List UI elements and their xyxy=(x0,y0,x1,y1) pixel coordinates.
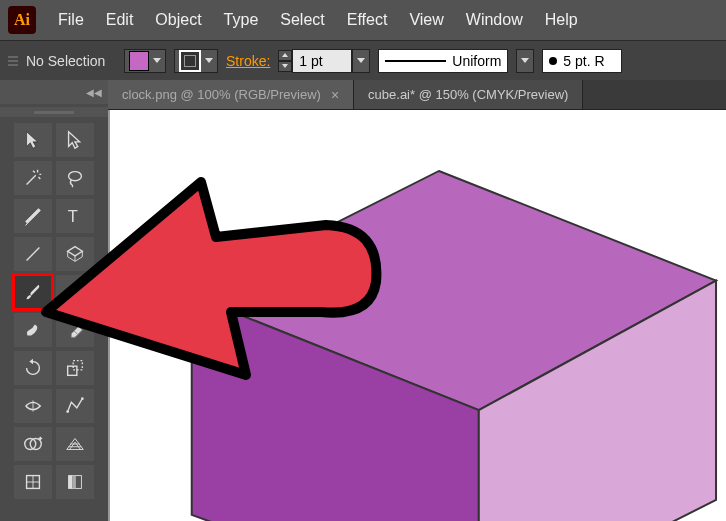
panel-grip[interactable] xyxy=(8,56,18,66)
canvas[interactable] xyxy=(108,110,726,521)
fill-dropdown[interactable] xyxy=(124,49,166,73)
brush-dropdown[interactable]: 5 pt. R xyxy=(542,49,622,73)
svg-point-14 xyxy=(81,397,84,400)
brush-dot-icon xyxy=(549,57,557,65)
stroke-label[interactable]: Stroke: xyxy=(226,53,270,69)
rotate-tool[interactable] xyxy=(14,351,52,385)
stroke-dropdown[interactable] xyxy=(174,49,218,73)
width-tool[interactable] xyxy=(14,389,52,423)
menu-help[interactable]: Help xyxy=(545,11,578,29)
app-icon: Ai xyxy=(8,6,36,34)
svg-point-13 xyxy=(66,410,69,413)
shape-builder-tool[interactable] xyxy=(14,427,52,461)
menu-type[interactable]: Type xyxy=(224,11,259,29)
close-icon[interactable]: × xyxy=(331,87,339,103)
svg-rect-21 xyxy=(69,476,73,489)
collapse-panels-icon[interactable]: ◀◀ xyxy=(0,80,108,104)
selection-label: No Selection xyxy=(26,53,116,69)
menu-file[interactable]: File xyxy=(58,11,84,29)
stroke-profile-label: Uniform xyxy=(452,53,501,69)
pen-tool[interactable] xyxy=(14,199,52,233)
mesh-tool[interactable] xyxy=(14,465,52,499)
svg-rect-22 xyxy=(72,476,76,489)
perspective-grid-tool[interactable] xyxy=(56,427,94,461)
svg-text:T: T xyxy=(68,207,78,225)
svg-rect-11 xyxy=(73,361,82,370)
line-tool[interactable] xyxy=(14,237,52,271)
lasso-tool[interactable] xyxy=(56,161,94,195)
tab-cube[interactable]: cube.ai* @ 150% (CMYK/Preview) xyxy=(354,80,583,109)
eraser-tool[interactable] xyxy=(56,313,94,347)
selection-tool[interactable] xyxy=(14,123,52,157)
tab-clock[interactable]: clock.png @ 100% (RGB/Preview) × xyxy=(108,80,354,109)
paintbrush-tool[interactable] xyxy=(14,275,52,309)
svg-line-8 xyxy=(75,257,82,262)
free-transform-tool[interactable] xyxy=(56,389,94,423)
brush-label: 5 pt. R xyxy=(563,53,604,69)
blob-brush-tool[interactable] xyxy=(14,313,52,347)
svg-marker-3 xyxy=(68,247,83,256)
menu-bar: Ai File Edit Object Type Select Effect V… xyxy=(0,0,726,40)
chevron-down-icon xyxy=(205,58,213,63)
pencil-tool[interactable] xyxy=(56,275,94,309)
control-bar: No Selection Stroke: 1 pt Uniform 5 pt. … xyxy=(0,40,726,80)
tab-label: clock.png @ 100% (RGB/Preview) xyxy=(122,87,321,102)
main-area: clock.png @ 100% (RGB/Preview) × cube.ai… xyxy=(108,80,726,521)
document-tabs: clock.png @ 100% (RGB/Preview) × cube.ai… xyxy=(108,80,726,110)
left-dock: ◀◀ T xyxy=(0,80,108,521)
menu-window[interactable]: Window xyxy=(466,11,523,29)
toolbox-grip[interactable] xyxy=(0,107,108,117)
menu-object[interactable]: Object xyxy=(155,11,201,29)
step-up[interactable] xyxy=(278,50,292,61)
cube-artwork xyxy=(110,110,726,521)
menu-effect[interactable]: Effect xyxy=(347,11,388,29)
step-down[interactable] xyxy=(278,61,292,72)
menu-edit[interactable]: Edit xyxy=(106,11,134,29)
menu-view[interactable]: View xyxy=(409,11,443,29)
magic-wand-tool[interactable] xyxy=(14,161,52,195)
chevron-down-icon xyxy=(153,58,161,63)
stroke-profile-menu[interactable] xyxy=(516,49,534,73)
svg-line-7 xyxy=(68,257,75,262)
stroke-weight-value[interactable]: 1 pt xyxy=(292,49,352,73)
toolbox: T xyxy=(0,117,108,505)
gradient-tool[interactable] xyxy=(56,465,94,499)
fill-swatch xyxy=(129,51,149,71)
stroke-weight-stepper[interactable]: 1 pt xyxy=(278,49,370,73)
stroke-profile-dropdown[interactable]: Uniform xyxy=(378,49,508,73)
menu-select[interactable]: Select xyxy=(280,11,324,29)
rectangle-tool[interactable] xyxy=(56,237,94,271)
stroke-weight-menu[interactable] xyxy=(352,49,370,73)
stroke-swatch xyxy=(179,50,201,72)
svg-line-2 xyxy=(27,248,40,261)
scale-tool[interactable] xyxy=(56,351,94,385)
svg-point-0 xyxy=(69,172,82,181)
type-tool[interactable]: T xyxy=(56,199,94,233)
tab-label: cube.ai* @ 150% (CMYK/Preview) xyxy=(368,87,568,102)
direct-selection-tool[interactable] xyxy=(56,123,94,157)
svg-rect-10 xyxy=(68,366,77,375)
